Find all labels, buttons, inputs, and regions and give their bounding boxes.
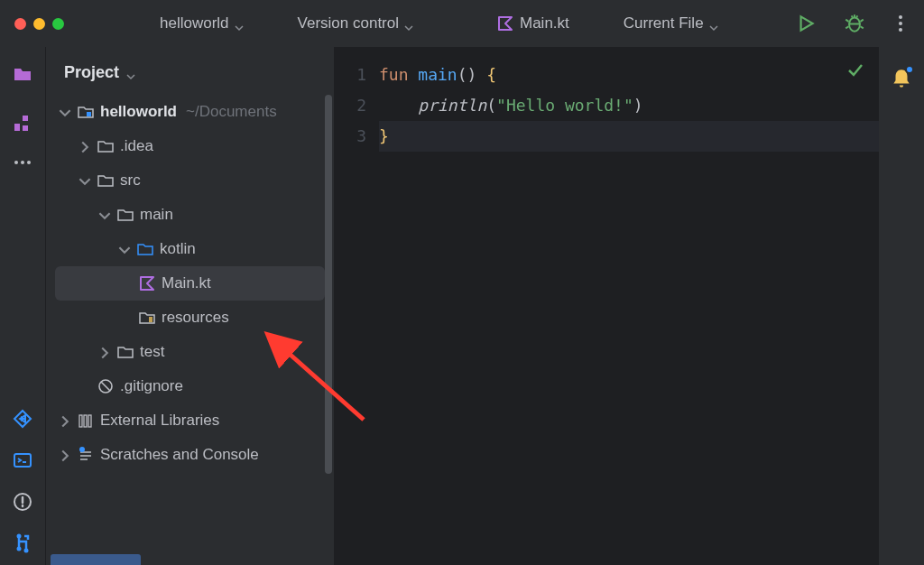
svg-rect-4 xyxy=(14,454,31,467)
problems-tool-icon[interactable] xyxy=(12,491,33,513)
project-tool-icon[interactable] xyxy=(12,63,33,85)
tab-label: Main.kt xyxy=(520,14,569,32)
git-tool-icon[interactable] xyxy=(12,533,33,554)
chevron-down-icon xyxy=(98,208,111,221)
tree-item-extlib[interactable]: External Libraries xyxy=(46,403,334,438)
tree-label: Scratches and Console xyxy=(100,446,259,464)
tree-item-src[interactable]: src xyxy=(46,163,334,198)
tree-item-mainkt[interactable]: Main.kt xyxy=(55,266,325,301)
svg-rect-13 xyxy=(88,415,91,427)
line-gutter: 1 2 3 xyxy=(334,47,379,565)
tree-label: main xyxy=(140,206,173,224)
tree-label: helloworld xyxy=(100,103,177,121)
chevron-down-icon xyxy=(235,19,244,28)
resources-folder-icon xyxy=(138,309,156,327)
tree-label: kotlin xyxy=(160,240,196,258)
module-folder-icon xyxy=(77,103,95,121)
svg-rect-1 xyxy=(14,124,20,131)
chevron-down-icon xyxy=(59,106,71,118)
svg-point-6 xyxy=(17,534,22,539)
line-number: 3 xyxy=(334,121,366,152)
svg-point-7 xyxy=(17,547,22,551)
folder-icon xyxy=(97,171,115,190)
tree-label: .gitignore xyxy=(120,377,183,395)
ignore-file-icon xyxy=(97,377,115,395)
notification-badge xyxy=(905,65,914,74)
notifications-icon[interactable] xyxy=(890,67,913,90)
maximize-window-button[interactable] xyxy=(52,18,64,30)
chevron-down-icon xyxy=(404,19,413,28)
folder-icon xyxy=(97,137,115,155)
kotlin-file-icon xyxy=(496,14,514,32)
version-control-menu[interactable]: Version control xyxy=(291,11,420,36)
chevron-down-icon xyxy=(126,69,135,78)
window-controls xyxy=(14,18,64,30)
more-tools-icon[interactable] xyxy=(14,161,31,164)
svg-rect-2 xyxy=(23,116,28,121)
project-selector[interactable]: helloworld xyxy=(152,11,251,36)
project-sidebar: Project helloworld ~/Documents .idea xyxy=(45,47,334,565)
tree-label: External Libraries xyxy=(100,412,219,430)
terminal-tool-icon[interactable] xyxy=(12,449,33,471)
chevron-right-icon xyxy=(59,449,71,461)
services-tool-icon[interactable] xyxy=(12,408,33,430)
library-icon xyxy=(77,412,95,430)
line-number: 2 xyxy=(334,90,366,121)
run-config-selector[interactable]: Current File xyxy=(616,11,725,36)
project-name: helloworld xyxy=(160,14,229,32)
tree-item-test[interactable]: test xyxy=(46,335,334,369)
tree-root[interactable]: helloworld ~/Documents xyxy=(46,95,334,129)
file-tree: helloworld ~/Documents .idea src main xyxy=(46,95,334,565)
code-editor[interactable]: 1 2 3 fun main() { println("Hello world!… xyxy=(334,47,879,565)
editor-tab[interactable]: Main.kt xyxy=(489,11,577,36)
sidebar-title: Project xyxy=(64,63,119,82)
svg-rect-11 xyxy=(79,415,82,427)
code-area[interactable]: fun main() { println("Hello world!") } xyxy=(379,47,879,565)
folder-icon xyxy=(116,343,134,361)
chevron-down-icon xyxy=(118,243,131,255)
chevron-right-icon xyxy=(98,346,111,358)
kotlin-file-icon xyxy=(138,274,156,292)
run-button[interactable] xyxy=(794,12,818,35)
run-config-label: Current File xyxy=(624,14,704,32)
line-number: 1 xyxy=(334,60,366,90)
right-tool-rail xyxy=(879,47,924,565)
folder-icon xyxy=(116,206,134,224)
more-menu[interactable] xyxy=(892,15,910,32)
tree-item-scratches[interactable]: Scratches and Console xyxy=(46,438,334,472)
tree-label: resources xyxy=(162,309,229,327)
tree-item-gitignore[interactable]: .gitignore xyxy=(46,369,334,403)
svg-point-8 xyxy=(24,549,29,553)
svg-rect-12 xyxy=(84,415,87,427)
svg-rect-3 xyxy=(23,125,28,131)
scrollbar-thumb[interactable] xyxy=(325,95,332,474)
scratches-icon xyxy=(77,446,95,464)
version-control-label: Version control xyxy=(298,14,399,32)
tree-label: src xyxy=(120,171,141,190)
tree-path: ~/Documents xyxy=(186,103,277,121)
chevron-down-icon xyxy=(79,174,91,187)
top-toolbar: helloworld Version control Main.kt Curre… xyxy=(0,0,924,47)
tree-label: test xyxy=(140,343,164,361)
tree-item-main[interactable]: main xyxy=(46,198,334,232)
tree-label: .idea xyxy=(120,137,153,155)
left-tool-rail xyxy=(0,47,45,565)
minimize-window-button[interactable] xyxy=(33,18,45,30)
tree-label: Main.kt xyxy=(162,274,211,292)
close-window-button[interactable] xyxy=(14,18,26,30)
debug-button[interactable] xyxy=(843,12,866,35)
tree-item-kotlin[interactable]: kotlin xyxy=(46,232,334,266)
sidebar-bottom-accent xyxy=(51,554,141,565)
svg-point-14 xyxy=(79,447,85,452)
source-folder-icon xyxy=(136,240,154,258)
chevron-right-icon xyxy=(79,140,91,153)
chevron-right-icon xyxy=(59,414,71,427)
structure-tool-icon[interactable] xyxy=(12,112,33,134)
svg-rect-9 xyxy=(87,112,91,116)
tree-item-resources[interactable]: resources xyxy=(46,301,334,335)
chevron-down-icon xyxy=(709,19,718,28)
inspection-ok-icon[interactable] xyxy=(846,61,864,79)
tree-item-idea[interactable]: .idea xyxy=(46,129,334,163)
sidebar-header[interactable]: Project xyxy=(46,47,334,95)
